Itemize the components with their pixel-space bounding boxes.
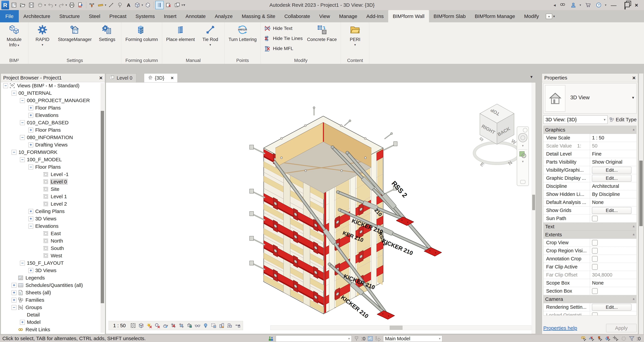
design-options-combobox[interactable]: Main Model▾ bbox=[383, 335, 442, 342]
highlight-displacement-sets-icon[interactable] bbox=[226, 322, 233, 329]
show-crop-region-icon[interactable] bbox=[178, 322, 185, 329]
collapse-icon[interactable]: − bbox=[3, 83, 8, 88]
app-store-cart-icon[interactable] bbox=[584, 1, 592, 9]
collapse-icon[interactable]: − bbox=[28, 165, 33, 169]
worksets-icon[interactable] bbox=[268, 335, 274, 342]
shadows-off-icon[interactable] bbox=[154, 322, 160, 329]
ribbon-button-forming-column[interactable]: Forming column bbox=[123, 23, 160, 43]
collapse-icon[interactable]: − bbox=[12, 150, 16, 155]
project-browser-header[interactable]: Project Browser - Project1 × bbox=[1, 74, 105, 82]
reveal-hidden-elements-icon[interactable] bbox=[202, 322, 209, 329]
view-tab-3d[interactable]: {3D}× bbox=[144, 73, 178, 82]
collapse-section-icon[interactable]: « bbox=[632, 298, 636, 300]
property-value[interactable]: By Discipline bbox=[592, 191, 620, 197]
ribbon-tab-systems[interactable]: Systems bbox=[131, 10, 159, 22]
ribbon-button-settings[interactable]: Settings bbox=[95, 23, 120, 43]
background-processes-indicator-icon[interactable] bbox=[620, 335, 627, 342]
close-inactive-views-icon[interactable] bbox=[165, 1, 172, 9]
edit-button[interactable]: Edit... bbox=[592, 207, 632, 214]
browser-item-00-internal[interactable]: −00_INTERNAL bbox=[1, 89, 100, 97]
switch-windows-icon[interactable] bbox=[174, 1, 181, 9]
expand-icon[interactable]: + bbox=[28, 128, 33, 133]
browser-item-north[interactable]: North bbox=[1, 237, 100, 245]
browser-item-elevations[interactable]: −Elevations bbox=[1, 222, 100, 230]
ribbon-button-concrete-face[interactable]: Concrete Face bbox=[305, 23, 339, 43]
property-value[interactable]: None bbox=[592, 200, 604, 205]
browser-item-10-formwork[interactable]: −10_FORMWORK bbox=[1, 149, 100, 156]
ribbon-tab-file[interactable]: File bbox=[0, 10, 19, 22]
browser-item-080-information[interactable]: −080_INFORMATION bbox=[1, 134, 100, 141]
expand-icon[interactable]: + bbox=[28, 113, 33, 118]
browser-item-floor-plans[interactable]: −Floor Plans bbox=[1, 163, 100, 171]
ribbon-tab-bim-form-manage[interactable]: BIM²form Manage bbox=[470, 10, 520, 22]
checkbox[interactable] bbox=[592, 312, 598, 316]
minimize-button[interactable]: — bbox=[610, 2, 618, 9]
collapse-icon[interactable]: − bbox=[12, 91, 16, 96]
ribbon-button-hide-tie-lines[interactable]: Hide Tie Lines bbox=[262, 34, 304, 43]
modify-pin-icon[interactable] bbox=[88, 1, 96, 9]
undo-icon[interactable] bbox=[47, 1, 54, 9]
reveal-constraints-icon[interactable] bbox=[234, 322, 241, 329]
vertical-scrollbar[interactable] bbox=[532, 83, 536, 334]
checkbox[interactable] bbox=[592, 240, 598, 246]
browser-item-sheets-all[interactable]: +Sheets (all) bbox=[1, 289, 100, 296]
checkbox[interactable] bbox=[592, 256, 598, 262]
ribbon-tab-bim-form-wall[interactable]: BIM²form Wall bbox=[388, 10, 429, 22]
ribbon-button-turn-lettering[interactable]: 350/125Turn Lettering bbox=[226, 23, 259, 43]
browser-item-schedules-quantities-all[interactable]: +Schedules/Quantities (all) bbox=[1, 281, 100, 289]
ribbon-button-place-element[interactable]: Place element bbox=[164, 23, 197, 43]
chevron-down-icon[interactable]: ▾ bbox=[632, 95, 634, 100]
revit-logo[interactable]: R bbox=[1, 1, 9, 10]
property-value[interactable]: 50 bbox=[592, 143, 597, 149]
sun-path-off-icon[interactable] bbox=[146, 322, 152, 329]
sync-icon[interactable] bbox=[36, 1, 44, 9]
browser-item-south[interactable]: South bbox=[1, 245, 100, 252]
properties-section-graphics[interactable]: Graphics« bbox=[544, 126, 636, 134]
browser-item-site[interactable]: Site bbox=[1, 185, 100, 193]
browser-item-ceiling-plans[interactable]: +Ceiling Plans bbox=[1, 208, 100, 215]
browser-item-detail[interactable]: Detail bbox=[1, 311, 100, 318]
detail-level-icon[interactable] bbox=[130, 322, 136, 329]
properties-help-link[interactable]: Properties help bbox=[543, 325, 577, 331]
user-account-icon[interactable] bbox=[570, 1, 577, 9]
edit-type-button[interactable]: Edit Type bbox=[609, 117, 636, 122]
expand-icon[interactable]: + bbox=[12, 290, 16, 295]
select-links-toggle-icon[interactable] bbox=[580, 335, 586, 342]
browser-item-west[interactable]: West bbox=[1, 252, 100, 259]
redo-icon[interactable] bbox=[58, 1, 65, 9]
ribbon-tab-bim-form-slab[interactable]: BIM²form Slab bbox=[429, 10, 470, 22]
browser-item-east[interactable]: East bbox=[1, 230, 100, 237]
text-icon[interactable]: A bbox=[125, 1, 132, 9]
crop-view-off-icon[interactable] bbox=[170, 322, 177, 329]
property-value[interactable]: Fine bbox=[592, 151, 601, 157]
collapse-icon[interactable]: − bbox=[12, 305, 16, 310]
ribbon-button-hide-text[interactable]: 125Hide Text bbox=[262, 24, 304, 33]
edit-button[interactable]: Edit... bbox=[592, 167, 632, 174]
ribbon-display-toggle[interactable]: ▴▾ bbox=[546, 10, 555, 22]
select-underlay-elements-toggle-icon[interactable] bbox=[588, 335, 595, 342]
save-icon[interactable] bbox=[28, 1, 35, 9]
open-icon[interactable] bbox=[19, 1, 26, 9]
browser-item-010-cad-based[interactable]: −010_CAD_BASED bbox=[1, 119, 100, 126]
customize-qat-icon[interactable]: ▾ bbox=[183, 3, 185, 7]
wheel-options-icon[interactable]: ▾ bbox=[522, 144, 524, 148]
zoom-options-icon[interactable]: ▾ bbox=[522, 159, 524, 163]
selection-filter-icon[interactable] bbox=[628, 335, 635, 342]
checkbox[interactable] bbox=[592, 264, 598, 270]
browser-item-legends[interactable]: Legends bbox=[1, 274, 100, 281]
ribbon-tab-structure[interactable]: Structure bbox=[55, 10, 84, 22]
infocenter-collapse-icon[interactable]: ◂ bbox=[554, 3, 556, 8]
design-options-icon[interactable] bbox=[375, 335, 382, 342]
collapse-icon[interactable]: − bbox=[20, 157, 25, 162]
edit-button[interactable]: Edit... bbox=[592, 175, 632, 182]
collapse-section-icon[interactable]: « bbox=[632, 129, 636, 131]
aligned-dimension-icon[interactable] bbox=[107, 1, 115, 9]
browser-item-3d-views[interactable]: +3D Views bbox=[1, 215, 100, 222]
property-value[interactable]: Architectural bbox=[592, 183, 619, 189]
ribbon-tab-massing-site[interactable]: Massing & Site bbox=[237, 10, 280, 22]
instance-selector[interactable]: 3D View: {3D} ▾ bbox=[543, 115, 608, 124]
browser-item-level-1[interactable]: Level 1 bbox=[1, 193, 100, 200]
ribbon-tab-view[interactable]: View bbox=[315, 10, 334, 22]
expand-icon[interactable]: + bbox=[28, 209, 33, 214]
visual-style-icon[interactable] bbox=[138, 322, 144, 329]
